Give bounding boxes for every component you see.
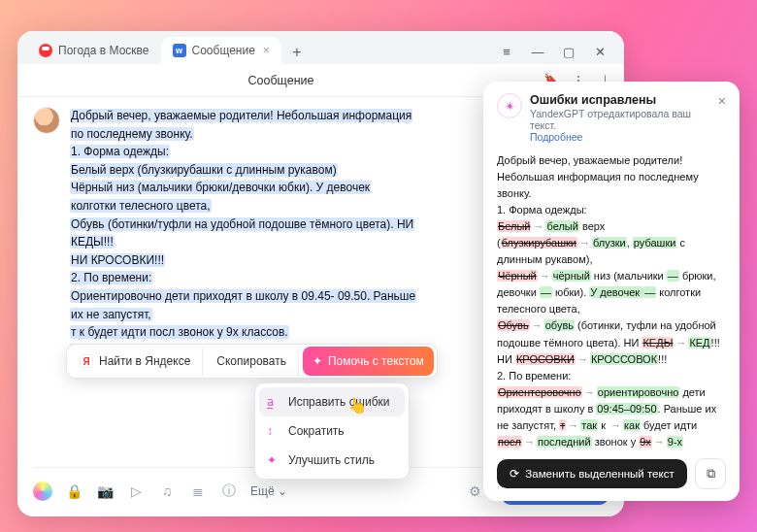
tab-weather[interactable]: Погода в Москве xyxy=(27,37,161,64)
sparkle-icon: ✦ xyxy=(313,354,322,368)
help-with-text-button[interactable]: ✦ Помочь с текстом xyxy=(303,347,434,376)
shorten-item[interactable]: ↕ Сократить xyxy=(259,416,405,446)
panel-close-button[interactable]: × xyxy=(718,93,726,109)
panel-title: Ошибки исправлены xyxy=(530,93,710,107)
minimize-button[interactable]: — xyxy=(525,39,550,64)
video-icon[interactable]: ▷ xyxy=(126,482,146,501)
vk-favicon-icon: w xyxy=(173,44,186,57)
copy-result-button[interactable]: ⧉ xyxy=(695,458,726,489)
maximize-button[interactable]: ▢ xyxy=(556,39,581,64)
music-icon[interactable]: ♫ xyxy=(157,482,177,501)
sparkle-icon: ✦ xyxy=(267,453,280,467)
underline-a-icon: a̲ xyxy=(267,395,280,409)
yandex-logo-icon: Я xyxy=(80,354,93,368)
yandexgpt-logo-icon: ✴ xyxy=(497,93,522,118)
corrections-panel: ✴ Ошибки исправлены YandexGPT отредактир… xyxy=(483,82,740,501)
panel-body: Добрый вечер, уважаемые родители! Неболь… xyxy=(497,152,726,450)
help-text-menu: a̲ Исправить ошибки ↕ Сократить ✦ Улучши… xyxy=(254,382,410,480)
tab-close-icon[interactable]: × xyxy=(263,44,270,57)
lock-icon[interactable]: 🔒 xyxy=(64,482,83,501)
tab-label: Погода в Москве xyxy=(58,44,149,57)
camera-icon[interactable]: 📷 xyxy=(95,482,115,501)
close-window-button[interactable]: ✕ xyxy=(587,39,612,64)
more-button[interactable]: Ещё ⌄ xyxy=(250,484,287,498)
fix-errors-item[interactable]: a̲ Исправить ошибки xyxy=(259,387,405,416)
refresh-icon: ⟳ xyxy=(510,467,519,481)
improve-style-item[interactable]: ✦ Улучшить стиль xyxy=(259,446,405,475)
gear-icon[interactable]: ⚙ xyxy=(465,482,484,501)
list-icon[interactable]: ≣ xyxy=(188,482,208,501)
collapse-icon: ↕ xyxy=(267,424,280,438)
page-title: Сообщение xyxy=(247,74,313,87)
replace-text-button[interactable]: ⟳ Заменить выделенный текст xyxy=(497,459,687,488)
copy-button[interactable]: Скопировать xyxy=(207,347,299,376)
new-tab-button[interactable]: + xyxy=(285,41,309,64)
window-controls: ≡ — ▢ ✕ xyxy=(494,39,618,64)
panel-more-link[interactable]: Подробнее xyxy=(530,131,710,143)
chevron-down-icon: ⌄ xyxy=(278,484,287,498)
ai-circle-icon[interactable] xyxy=(33,482,52,501)
selection-toolbar: Я Найти в Яндексе Скопировать ✦ Помочь с… xyxy=(66,344,438,379)
tab-label: Сообщение xyxy=(192,44,255,57)
search-yandex-button[interactable]: Я Найти в Яндексе xyxy=(70,347,203,376)
panel-header: ✴ Ошибки исправлены YandexGPT отредактир… xyxy=(497,93,726,143)
panel-footer: ⟳ Заменить выделенный текст ⧉ xyxy=(497,450,726,489)
panel-subtitle: YandexGPT отредактировала ваш текст. xyxy=(530,108,710,131)
mention-icon[interactable]: ⓘ xyxy=(219,482,239,501)
yandex-favicon-icon xyxy=(39,44,52,57)
tab-bar: Погода в Москве w Сообщение × + ≡ — ▢ ✕ xyxy=(17,31,624,64)
hamburger-menu-button[interactable]: ≡ xyxy=(494,39,519,64)
avatar xyxy=(33,107,60,134)
tab-message[interactable]: w Сообщение × xyxy=(161,37,281,64)
